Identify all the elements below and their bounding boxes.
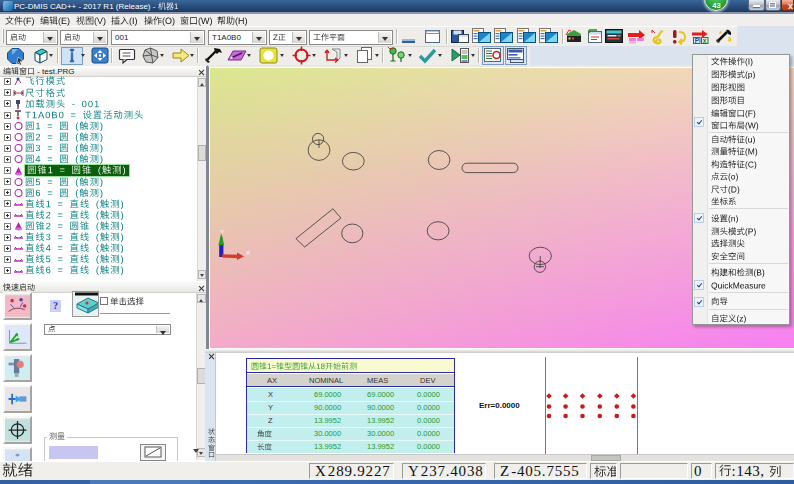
svg-text:x: x [703,37,707,44]
svg-text:P: P [695,37,700,44]
svg-text:X: X [246,250,250,256]
svg-text:Y: Y [220,229,224,235]
